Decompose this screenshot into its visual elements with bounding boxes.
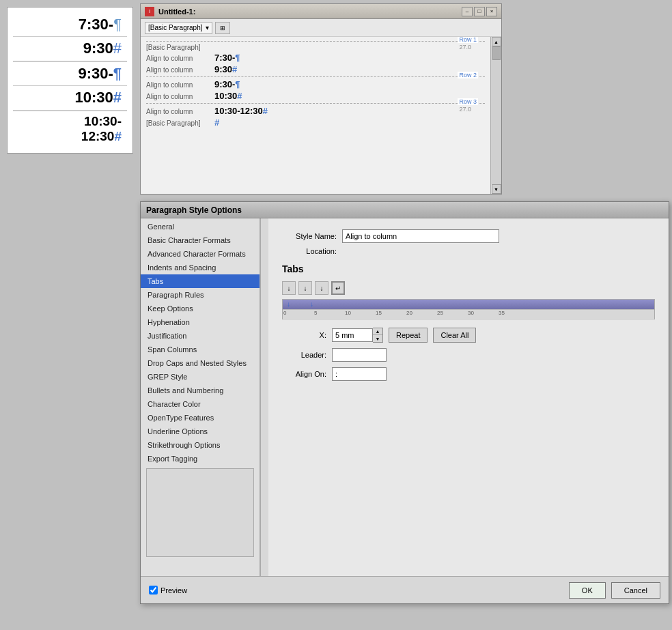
right-panel: Style Name: Location: Tabs ↓ ↓ ↓ ↵: [268, 218, 669, 576]
doc-row-4: 10:30#: [13, 86, 127, 110]
time-3: 9:30-: [78, 65, 113, 82]
tabs-section-title: Tabs: [282, 263, 655, 274]
content-1030a: 10:30#: [214, 91, 242, 101]
cancel-button[interactable]: Cancel: [611, 582, 660, 599]
scroll-track[interactable]: [491, 46, 501, 184]
tab-marker-1[interactable]: ↓: [287, 300, 290, 308]
symbol-4: #: [113, 89, 122, 106]
row3-label: Row 3: [458, 98, 478, 105]
nav-item-drop-caps[interactable]: Drop Caps and Nested Styles: [141, 356, 260, 370]
nav-item-span-cols[interactable]: Span Columns: [141, 343, 260, 356]
symbol-1: ¶: [113, 16, 122, 33]
window-toolbar: [Basic Paragraph] ▾ ⊞: [141, 19, 501, 37]
doc-row-3: 9:30-¶: [13, 62, 127, 86]
content-930a: 9:30#: [214, 64, 237, 74]
tab-ruler[interactable]: 0 5 10 15 20 25 30 35 ↓ ↓: [282, 299, 655, 319]
dropdown-arrow-icon: ▾: [206, 24, 209, 31]
location-row: Location:: [282, 247, 655, 255]
time-6: 12:30: [81, 129, 115, 143]
x-decrement[interactable]: ▼: [373, 335, 382, 342]
repeat-button[interactable]: Repeat: [389, 328, 428, 343]
nav-item-justification[interactable]: Justification: [141, 329, 260, 343]
align-on-label: Align On:: [282, 370, 326, 378]
leader-input[interactable]: [332, 348, 387, 362]
tab-marker-2[interactable]: ↓: [310, 300, 313, 308]
style-name-row: Style Name:: [282, 229, 655, 243]
doc-line-1030b: Align to column 27.0 10:30-12:30#: [146, 105, 485, 117]
nav-item-basic-char[interactable]: Basic Character Formats: [141, 233, 260, 247]
clear-all-button[interactable]: Clear All: [433, 328, 476, 343]
nav-item-opentype[interactable]: OpenType Features: [141, 411, 260, 425]
nav-item-grep[interactable]: GREP Style: [141, 370, 260, 384]
x-spinner[interactable]: ▲ ▼: [373, 328, 383, 343]
nav-item-bullets[interactable]: Bullets and Numbering: [141, 384, 260, 397]
x-field-row: X: ▲ ▼ Repeat Clear All: [282, 328, 655, 343]
nav-item-underline[interactable]: Underline Options: [141, 425, 260, 438]
tab-left-btn[interactable]: ↓: [282, 281, 296, 295]
nav-item-strikethrough[interactable]: Strikethrough Options: [141, 438, 260, 452]
content-hash: #: [214, 117, 219, 128]
time-2: 9:30: [83, 40, 113, 57]
nav-item-advanced-char[interactable]: Advanced Character Formats: [141, 247, 260, 261]
content-1030b: 10:30-12:30#: [214, 106, 268, 116]
nav-item-indents[interactable]: Indents and Spacing: [141, 261, 260, 274]
maximize-button[interactable]: □: [474, 7, 485, 16]
footer-buttons: OK Cancel: [569, 582, 660, 599]
location-label: Location:: [282, 247, 337, 255]
tab-align-btn[interactable]: ↵: [331, 281, 345, 295]
doc-line-basic-para-end: [Basic Paragraph] #: [146, 117, 485, 128]
time-5: 10:30-: [84, 114, 122, 128]
doc-row-2: 9:30#: [13, 37, 127, 61]
scroll-thumb[interactable]: [492, 46, 501, 60]
nav-item-para-rules[interactable]: Paragraph Rules: [141, 288, 260, 302]
indesign-window: I Untitled-1: – □ × [Basic Paragraph] ▾ …: [140, 3, 502, 195]
nav-preview-box: [146, 468, 254, 557]
row1-label: Row 1: [458, 37, 478, 43]
scroll-up-button[interactable]: ▲: [492, 37, 501, 46]
tab-right-btn[interactable]: ↓: [315, 281, 328, 295]
dialog-title: Paragraph Style Options: [146, 205, 242, 215]
window-controls[interactable]: – □ ×: [462, 7, 497, 16]
doc-line-basic-para: [Basic Paragraph] 27.0: [146, 43, 485, 52]
nav-item-general[interactable]: General: [141, 220, 260, 233]
nav-item-char-color[interactable]: Character Color: [141, 397, 260, 411]
ok-button[interactable]: OK: [569, 582, 606, 599]
style-name-label: Style Name:: [282, 232, 337, 240]
x-increment[interactable]: ▲: [373, 328, 382, 335]
row2-label: Row 2: [458, 72, 478, 78]
symbol-2: #: [113, 40, 122, 57]
x-label: X:: [282, 331, 326, 339]
nav-item-export[interactable]: Export Tagging: [141, 452, 260, 466]
close-button[interactable]: ×: [486, 7, 497, 16]
minimize-button[interactable]: –: [462, 7, 473, 16]
preview-check: Preview: [149, 586, 187, 595]
nav-item-tabs[interactable]: Tabs: [141, 274, 260, 288]
nav-item-keep[interactable]: Keep Options: [141, 302, 260, 315]
app-icon: I: [145, 7, 154, 16]
nav-scrollbar[interactable]: [260, 218, 268, 576]
preview-checkbox[interactable]: [149, 586, 158, 595]
leader-label: Leader:: [282, 351, 326, 359]
vertical-scrollbar[interactable]: ▲ ▼: [490, 37, 501, 194]
content-730: 7:30-¶: [214, 53, 240, 63]
dialog-titlebar: Paragraph Style Options: [141, 202, 669, 218]
ruler-scale: 0 5 10 15 20 25 30 35: [283, 309, 654, 320]
doc-row-1: 7:30-¶: [13, 13, 127, 37]
grid-button[interactable]: ⊞: [215, 22, 230, 34]
dialog-body: General Basic Character Formats Advanced…: [141, 218, 669, 576]
doc-line-1030a: Align to column 10:30#: [146, 90, 485, 102]
scroll-down-button[interactable]: ▼: [492, 184, 501, 194]
x-input[interactable]: [332, 328, 373, 342]
align-on-input[interactable]: [332, 367, 387, 381]
window-titlebar: I Untitled-1: – □ ×: [141, 4, 501, 19]
nav-item-hyphenation[interactable]: Hyphenation: [141, 315, 260, 329]
document-area: Row 1 [Basic Paragraph] 27.0 Align to co…: [141, 37, 490, 194]
style-dropdown[interactable]: [Basic Paragraph] ▾: [145, 22, 212, 34]
symbol-5: #: [114, 129, 122, 143]
symbol-3: ¶: [113, 65, 122, 82]
tab-center-btn[interactable]: ↓: [298, 281, 312, 295]
align-on-field-row: Align On:: [282, 367, 655, 381]
window-title: Untitled-1:: [158, 8, 462, 16]
preview-label: Preview: [160, 586, 187, 595]
style-name-input[interactable]: [342, 229, 499, 243]
